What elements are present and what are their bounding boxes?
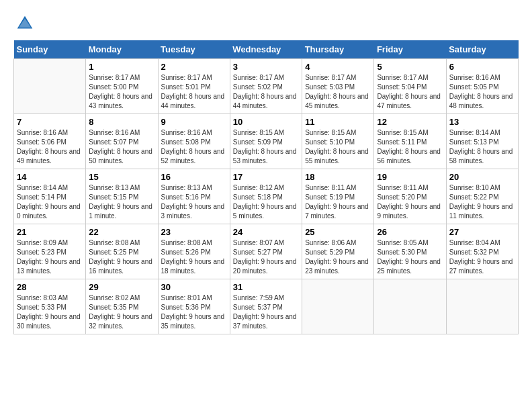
calendar-cell: 15Sunrise: 8:13 AMSunset: 5:15 PMDayligh… [86,169,158,224]
day-number: 7 [17,117,83,127]
day-number: 23 [161,227,227,237]
day-number: 26 [377,227,443,237]
week-row-5: 28Sunrise: 8:03 AMSunset: 5:33 PMDayligh… [14,279,519,334]
day-number: 31 [233,282,299,292]
day-number: 14 [17,172,83,182]
calendar-cell: 16Sunrise: 8:13 AMSunset: 5:16 PMDayligh… [158,169,230,224]
calendar-cell: 24Sunrise: 8:07 AMSunset: 5:27 PMDayligh… [230,224,302,279]
header-row: SundayMondayTuesdayWednesdayThursdayFrid… [14,40,519,59]
day-number: 9 [161,117,227,127]
calendar-cell: 14Sunrise: 8:14 AMSunset: 5:14 PMDayligh… [14,169,86,224]
weekday-header-monday: Monday [86,40,158,59]
day-info: Sunrise: 8:08 AMSunset: 5:26 PMDaylight:… [161,238,227,276]
day-number: 28 [17,282,83,292]
weekday-header-sunday: Sunday [14,40,86,59]
day-info: Sunrise: 8:14 AMSunset: 5:13 PMDaylight:… [449,128,515,166]
day-info: Sunrise: 8:07 AMSunset: 5:27 PMDaylight:… [233,238,299,276]
calendar-cell: 30Sunrise: 8:01 AMSunset: 5:36 PMDayligh… [158,279,230,334]
calendar-cell: 13Sunrise: 8:14 AMSunset: 5:13 PMDayligh… [446,114,518,169]
day-info: Sunrise: 7:59 AMSunset: 5:37 PMDaylight:… [233,293,299,331]
day-info: Sunrise: 8:05 AMSunset: 5:30 PMDaylight:… [377,238,443,276]
day-info: Sunrise: 8:15 AMSunset: 5:11 PMDaylight:… [377,128,443,166]
day-info: Sunrise: 8:06 AMSunset: 5:29 PMDaylight:… [305,238,371,276]
calendar-cell: 2Sunrise: 8:17 AMSunset: 5:01 PMDaylight… [158,59,230,114]
day-number: 8 [89,117,154,127]
day-number: 30 [161,282,227,292]
day-number: 15 [89,172,154,182]
day-number: 16 [161,172,227,182]
day-info: Sunrise: 8:16 AMSunset: 5:06 PMDaylight:… [17,128,83,166]
calendar-cell [302,279,374,334]
calendar-cell: 31Sunrise: 7:59 AMSunset: 5:37 PMDayligh… [230,279,302,334]
calendar-cell: 25Sunrise: 8:06 AMSunset: 5:29 PMDayligh… [302,224,374,279]
calendar-cell: 4Sunrise: 8:17 AMSunset: 5:03 PMDaylight… [302,59,374,114]
week-row-3: 14Sunrise: 8:14 AMSunset: 5:14 PMDayligh… [14,169,519,224]
calendar-table: SundayMondayTuesdayWednesdayThursdayFrid… [13,40,519,334]
day-number: 10 [233,117,299,127]
calendar-cell [14,59,86,114]
calendar-cell: 6Sunrise: 8:16 AMSunset: 5:05 PMDaylight… [446,59,518,114]
day-info: Sunrise: 8:17 AMSunset: 5:02 PMDaylight:… [233,73,299,111]
calendar-cell: 9Sunrise: 8:16 AMSunset: 5:08 PMDaylight… [158,114,230,169]
day-number: 20 [449,172,515,182]
calendar-cell: 26Sunrise: 8:05 AMSunset: 5:30 PMDayligh… [374,224,446,279]
day-number: 24 [233,227,299,237]
week-row-1: 1Sunrise: 8:17 AMSunset: 5:00 PMDaylight… [14,59,519,114]
calendar-cell: 12Sunrise: 8:15 AMSunset: 5:11 PMDayligh… [374,114,446,169]
calendar-cell: 23Sunrise: 8:08 AMSunset: 5:26 PMDayligh… [158,224,230,279]
weekday-header-friday: Friday [374,40,446,59]
day-info: Sunrise: 8:17 AMSunset: 5:04 PMDaylight:… [377,73,443,111]
calendar-cell: 18Sunrise: 8:11 AMSunset: 5:19 PMDayligh… [302,169,374,224]
day-number: 13 [449,117,515,127]
calendar-cell: 28Sunrise: 8:03 AMSunset: 5:33 PMDayligh… [14,279,86,334]
weekday-header-tuesday: Tuesday [158,40,230,59]
day-number: 1 [89,62,154,72]
week-row-2: 7Sunrise: 8:16 AMSunset: 5:06 PMDaylight… [14,114,519,169]
calendar-cell: 19Sunrise: 8:11 AMSunset: 5:20 PMDayligh… [374,169,446,224]
day-number: 6 [449,62,515,72]
calendar-cell: 20Sunrise: 8:10 AMSunset: 5:22 PMDayligh… [446,169,518,224]
day-number: 2 [161,62,227,72]
day-info: Sunrise: 8:11 AMSunset: 5:19 PMDaylight:… [305,183,371,221]
calendar-cell: 22Sunrise: 8:08 AMSunset: 5:25 PMDayligh… [86,224,158,279]
calendar-cell: 5Sunrise: 8:17 AMSunset: 5:04 PMDaylight… [374,59,446,114]
day-info: Sunrise: 8:08 AMSunset: 5:25 PMDaylight:… [89,238,154,276]
logo-icon [15,13,35,34]
day-number: 29 [89,282,154,292]
day-info: Sunrise: 8:17 AMSunset: 5:00 PMDaylight:… [89,73,154,111]
day-number: 3 [233,62,299,72]
calendar-cell: 3Sunrise: 8:17 AMSunset: 5:02 PMDaylight… [230,59,302,114]
calendar-cell: 21Sunrise: 8:09 AMSunset: 5:23 PMDayligh… [14,224,86,279]
day-info: Sunrise: 8:17 AMSunset: 5:03 PMDaylight:… [305,73,371,111]
day-number: 4 [305,62,371,72]
week-row-4: 21Sunrise: 8:09 AMSunset: 5:23 PMDayligh… [14,224,519,279]
day-number: 12 [377,117,443,127]
day-info: Sunrise: 8:12 AMSunset: 5:18 PMDaylight:… [233,183,299,221]
logo [13,13,35,34]
day-info: Sunrise: 8:03 AMSunset: 5:33 PMDaylight:… [17,293,83,331]
day-info: Sunrise: 8:04 AMSunset: 5:32 PMDaylight:… [449,238,515,276]
day-number: 27 [449,227,515,237]
calendar-cell: 11Sunrise: 8:15 AMSunset: 5:10 PMDayligh… [302,114,374,169]
weekday-header-saturday: Saturday [446,40,518,59]
day-info: Sunrise: 8:09 AMSunset: 5:23 PMDaylight:… [17,238,83,276]
calendar-cell: 17Sunrise: 8:12 AMSunset: 5:18 PMDayligh… [230,169,302,224]
calendar-cell: 1Sunrise: 8:17 AMSunset: 5:00 PMDaylight… [86,59,158,114]
day-info: Sunrise: 8:15 AMSunset: 5:09 PMDaylight:… [233,128,299,166]
calendar-cell [374,279,446,334]
weekday-header-thursday: Thursday [302,40,374,59]
day-info: Sunrise: 8:13 AMSunset: 5:15 PMDaylight:… [89,183,154,221]
day-number: 17 [233,172,299,182]
weekday-header-wednesday: Wednesday [230,40,302,59]
day-info: Sunrise: 8:15 AMSunset: 5:10 PMDaylight:… [305,128,371,166]
day-info: Sunrise: 8:02 AMSunset: 5:35 PMDaylight:… [89,293,154,331]
day-info: Sunrise: 8:17 AMSunset: 5:01 PMDaylight:… [161,73,227,111]
day-number: 25 [305,227,371,237]
calendar-cell [446,279,518,334]
day-number: 22 [89,227,154,237]
day-number: 18 [305,172,371,182]
calendar-cell: 10Sunrise: 8:15 AMSunset: 5:09 PMDayligh… [230,114,302,169]
day-info: Sunrise: 8:14 AMSunset: 5:14 PMDaylight:… [17,183,83,221]
day-number: 5 [377,62,443,72]
day-number: 21 [17,227,83,237]
